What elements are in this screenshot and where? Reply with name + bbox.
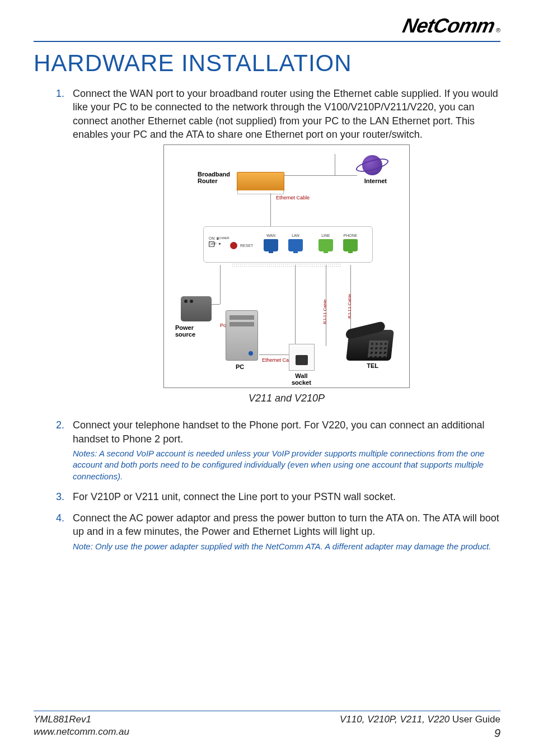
label-rj11-2: RJ-11 Cable xyxy=(347,294,353,319)
power-led-icon xyxy=(209,241,214,247)
wall-socket-icon xyxy=(296,355,308,365)
label-ethernet-top: Ethernet Cable xyxy=(276,194,310,201)
step-2: 2. Connect your telephone handset to the… xyxy=(56,418,500,482)
step-body: Connect the AC power adaptor and press t… xyxy=(73,511,500,552)
step-1: 1. Connect the WAN port to your broadban… xyxy=(56,87,500,410)
label-pc: PC xyxy=(236,363,244,370)
step-4: 4. Connect the AC power adaptor and pres… xyxy=(56,511,500,552)
header: NetComm ® xyxy=(34,14,500,38)
step-body: Connect the WAN port to your broadband r… xyxy=(73,87,500,410)
label-lan: LAN xyxy=(288,233,303,238)
page-title: HARDWARE INSTALLATION xyxy=(34,50,500,77)
step-number: 3. xyxy=(56,490,73,503)
footer-left: YML881Rev1 www.netcomm.com.au xyxy=(34,713,129,740)
port-wan-icon xyxy=(264,239,278,251)
label-internet: Internet xyxy=(364,178,387,184)
step-text: Connect your telephone handset to the Ph… xyxy=(73,419,485,444)
label-power-led: POWER xyxy=(217,236,229,240)
label-rj11-1: RJ-11 Cable xyxy=(322,300,329,324)
doc-revision: YML881Rev1 xyxy=(34,713,129,726)
label-line: LINE xyxy=(318,233,333,238)
line xyxy=(284,175,357,176)
power-adapter-icon xyxy=(181,296,212,321)
vent-dots: ::::::::::::::::::::::::::::::::::::::::… xyxy=(220,262,353,267)
diagram-caption: V211 and V210P xyxy=(249,391,325,405)
step-text: For V210P or V211 unit, connect the Line… xyxy=(73,491,396,502)
step-body: Connect your telephone handset to the Ph… xyxy=(73,418,500,482)
line xyxy=(335,154,335,175)
step-number: 2. xyxy=(56,418,73,482)
phone-icon xyxy=(346,330,394,361)
connection-diagram: BroadbandRouter Internet Ethernet Cable … xyxy=(163,144,410,388)
steps-list: 1. Connect the WAN port to your broadban… xyxy=(34,87,500,552)
label-tel: TEL xyxy=(367,362,378,369)
label-wall-socket: Wallsocket xyxy=(292,372,311,386)
label-router: BroadbandRouter xyxy=(198,171,230,184)
line xyxy=(212,304,220,305)
step-number: 1. xyxy=(56,87,73,410)
step-note: Notes: A second VoIP account is needed u… xyxy=(73,448,500,482)
footer: YML881Rev1 www.netcomm.com.au V110, V210… xyxy=(34,711,500,740)
page-number: 9 xyxy=(340,726,500,740)
globe-icon xyxy=(362,155,382,175)
brand-logo: NetComm xyxy=(400,14,496,38)
line xyxy=(295,265,296,354)
label-reset: RESET xyxy=(240,243,253,248)
pc-icon xyxy=(226,310,258,361)
label-wan: WAN xyxy=(264,233,278,238)
step-3: 3. For V210P or V211 unit, connect the L… xyxy=(56,490,500,503)
step-number: 4. xyxy=(56,511,73,552)
guide-models: V110, V210P, V211, V220 xyxy=(340,714,449,725)
port-phone-icon xyxy=(343,239,358,251)
label-power-source: Powersource xyxy=(175,324,195,338)
diagram-wrap: BroadbandRouter Internet Ethernet Cable … xyxy=(73,144,500,405)
step-text: Connect the AC power adaptor and press t… xyxy=(73,512,499,537)
step-body: For V210P or V211 unit, connect the Line… xyxy=(73,490,500,503)
step-text: Connect the WAN port to your broadband r… xyxy=(73,88,498,140)
step-note: Note: Only use the power adapter supplie… xyxy=(73,541,500,552)
port-line-icon xyxy=(318,239,333,251)
label-phone: PHONE xyxy=(343,233,358,238)
header-divider xyxy=(34,41,500,42)
guide-suffix: User Guide xyxy=(449,714,500,725)
footer-divider xyxy=(34,711,500,711)
footer-url: www.netcomm.com.au xyxy=(34,726,129,738)
line xyxy=(220,265,221,304)
router-icon xyxy=(237,172,284,192)
registered-mark: ® xyxy=(496,27,500,34)
footer-right: V110, V210P, V211, V220 User Guide 9 xyxy=(340,713,500,740)
line xyxy=(270,193,271,227)
port-lan-icon xyxy=(288,239,303,251)
